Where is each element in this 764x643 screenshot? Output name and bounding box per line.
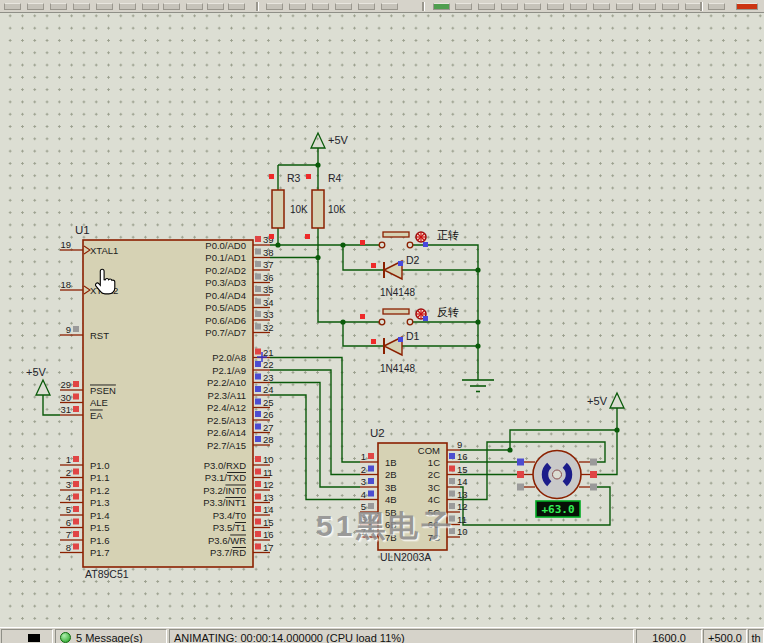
wire-junction	[340, 319, 345, 324]
toolbar-button[interactable]	[662, 3, 679, 10]
toolbar-separator	[700, 2, 703, 11]
state-square	[255, 311, 261, 317]
toolbar-button[interactable]	[289, 3, 306, 10]
pin-number: 9	[66, 324, 71, 335]
wire-junction	[340, 242, 345, 247]
state-square	[73, 394, 79, 400]
stepper-motor[interactable]: +63.0	[517, 451, 597, 518]
wire[interactable]	[460, 487, 610, 525]
diode-d2[interactable]: D21N4148	[380, 254, 420, 298]
pin-number: 10	[263, 454, 274, 465]
pin-name: 4B	[385, 494, 397, 505]
toolbar-button[interactable]	[50, 3, 67, 10]
resistor-r4[interactable]: R410K	[312, 172, 346, 228]
toolbar-button[interactable]	[358, 3, 375, 10]
state-square	[255, 424, 261, 430]
toolbar-button[interactable]	[186, 3, 203, 10]
toolbar-button[interactable]	[163, 3, 180, 10]
wire[interactable]	[597, 430, 617, 475]
toolbar-button-colored[interactable]	[433, 3, 450, 10]
wire[interactable]	[318, 258, 379, 323]
state-square	[255, 374, 261, 380]
toolbar-button[interactable]	[616, 3, 633, 10]
pin-number: 17	[263, 542, 274, 553]
ground-symbol[interactable]	[462, 380, 494, 392]
pin-name: P3.4/T0	[213, 510, 246, 521]
power-symbol-5v[interactable]: +5V	[311, 133, 349, 148]
state-square	[305, 234, 310, 239]
wire[interactable]	[270, 395, 360, 500]
toolbar-button[interactable]	[27, 3, 44, 10]
toolbar-button[interactable]	[142, 3, 159, 10]
toolbar-button[interactable]	[501, 3, 518, 10]
state-square	[449, 478, 455, 484]
state-square	[255, 324, 261, 330]
state-square	[398, 261, 403, 266]
toolbar-button[interactable]	[73, 3, 90, 10]
pin-number: 5	[66, 504, 71, 515]
toolbar-button-red[interactable]	[736, 3, 758, 10]
pin-name: P2.4/A12	[207, 402, 246, 413]
state-square	[255, 544, 261, 550]
toolbar-button[interactable]	[381, 3, 398, 10]
wire[interactable]	[43, 395, 60, 415]
state-square	[73, 381, 79, 387]
pin-number: 30	[60, 392, 71, 403]
toolbar-button[interactable]	[455, 3, 472, 10]
pin-number: 23	[263, 372, 274, 383]
button-actuator-icon[interactable]	[416, 232, 426, 242]
toolbar-button[interactable]	[524, 3, 541, 10]
power-symbol-5v[interactable]: +5V	[587, 393, 624, 408]
pin-name: P0.7/AD7	[205, 327, 246, 338]
state-square	[590, 484, 597, 491]
state-square	[73, 531, 79, 537]
state-square	[255, 531, 261, 537]
toolbar-button[interactable]	[4, 3, 21, 10]
state-square	[269, 234, 274, 239]
resistor-ref: R3	[287, 172, 301, 184]
pin-name: P1.4	[90, 510, 110, 521]
state-square	[368, 491, 374, 497]
toolbar-button[interactable]	[708, 3, 725, 10]
resistor-body[interactable]	[312, 190, 324, 228]
pin-number: 16	[263, 529, 274, 540]
toolbar-button[interactable]	[96, 3, 113, 10]
toolbar-button[interactable]	[639, 3, 656, 10]
wire[interactable]	[270, 383, 360, 488]
pin-name: XTAL1	[90, 245, 118, 256]
message-count: 5 Message(s)	[76, 632, 143, 643]
pin-number: 11	[457, 514, 467, 525]
pin-name: P1.2	[90, 485, 110, 496]
pin-name: 1C	[428, 457, 440, 468]
state-square	[73, 481, 79, 487]
sim-control-panel[interactable]	[1, 629, 53, 643]
toolbar-button[interactable]	[478, 3, 495, 10]
wire[interactable]	[270, 358, 360, 463]
stop-icon[interactable]	[28, 634, 40, 642]
toolbar-button[interactable]	[547, 3, 564, 10]
wire[interactable]	[460, 430, 617, 450]
message-panel[interactable]: 5 Message(s)	[55, 629, 167, 643]
toolbar-button[interactable]	[312, 3, 329, 10]
toolbar-button[interactable]	[593, 3, 610, 10]
diode-d1[interactable]: D11N4148	[380, 330, 420, 374]
wire[interactable]	[343, 322, 384, 346]
pin-name: RST	[90, 330, 109, 341]
resistor-body[interactable]	[272, 190, 284, 228]
toolbar-button[interactable]	[266, 3, 283, 10]
state-square	[255, 494, 261, 500]
power-symbol-5v[interactable]: +5V	[26, 366, 50, 395]
toolbar-button[interactable]	[335, 3, 352, 10]
toolbar-button[interactable]	[570, 3, 587, 10]
pin-name: 3B	[385, 482, 397, 493]
state-square	[255, 349, 261, 355]
toolbar-button[interactable]	[228, 3, 245, 10]
toolbar-button[interactable]	[207, 3, 224, 10]
driver-uln2003a-part: ULN2003A	[380, 551, 431, 563]
wire[interactable]	[270, 370, 360, 475]
wire[interactable]	[343, 245, 384, 270]
state-square	[73, 544, 79, 550]
toolbar-button[interactable]	[119, 3, 136, 10]
toolbar[interactable]	[0, 0, 764, 13]
pin-name: P3.1/TXD	[205, 472, 246, 483]
